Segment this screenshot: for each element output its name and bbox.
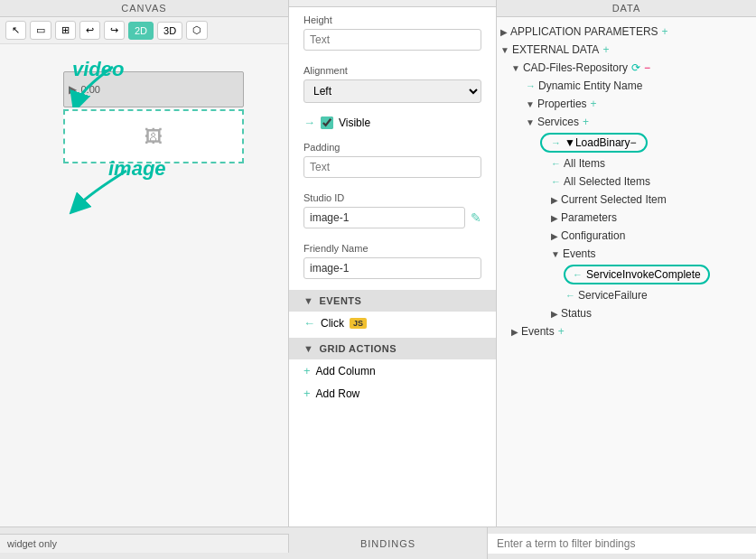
- external-data-label: EXTERNAL DATA: [512, 43, 599, 56]
- edit-icon[interactable]: ✎: [471, 210, 481, 225]
- click-event-row: ← Click JS: [289, 312, 496, 334]
- export-button[interactable]: ⬡: [186, 21, 208, 40]
- configuration-expand: ▶: [551, 231, 558, 241]
- load-binary-wrap: → ▼ LoadBinary −: [497, 131, 756, 154]
- events-sub-label: Events: [563, 247, 596, 260]
- load-binary-minus[interactable]: −: [630, 136, 637, 149]
- visible-label: Visible: [339, 116, 370, 129]
- cad-repo-minus[interactable]: −: [644, 61, 650, 74]
- services-label: Services: [537, 116, 579, 128]
- footer-note-text: widget only: [7, 538, 57, 549]
- status-item[interactable]: ▶ Status: [497, 304, 756, 322]
- parameters-item[interactable]: ▶ Parameters: [497, 209, 756, 227]
- add-column-icon: +: [303, 364, 311, 377]
- app-params-expand: ▶: [500, 27, 508, 37]
- visible-row: → Visible: [289, 110, 496, 135]
- cad-repo-expand: ▼: [511, 63, 520, 73]
- arrow-tool-button[interactable]: ↖: [5, 21, 26, 40]
- properties-expand: ▼: [526, 99, 535, 109]
- friendly-name-input[interactable]: [303, 257, 481, 279]
- configuration-item[interactable]: ▶ Configuration: [497, 227, 756, 245]
- alignment-field-group: Alignment Left Center Right: [289, 58, 496, 110]
- studio-id-label: Studio ID: [303, 192, 481, 203]
- canvas-toolbar: ↖ ▭ ⊞ ↩ ↪ 2D 3D ⬡: [0, 17, 288, 44]
- canvas-image[interactable]: 🖼: [63, 109, 244, 163]
- load-binary-label: LoadBinary: [575, 136, 630, 149]
- add-row-icon: +: [303, 387, 311, 400]
- all-items-arrow: ←: [551, 158, 561, 169]
- grid-actions-label: GRID ACTIONS: [319, 343, 397, 354]
- data-header: DATA: [497, 0, 756, 17]
- alignment-select[interactable]: Left Center Right: [303, 79, 481, 103]
- service-failure-item[interactable]: ← ServiceFailure: [497, 286, 756, 304]
- events-root-item[interactable]: ▶ Events +: [497, 322, 756, 340]
- all-items-label: All Items: [564, 157, 605, 170]
- add-row-label[interactable]: Add Row: [316, 387, 360, 400]
- rect-tool-button[interactable]: ▭: [30, 21, 51, 40]
- canvas-panel: CANVAS ↖ ▭ ⊞ ↩ ↪ 2D 3D ⬡ ▶ 0:00 🖼: [0, 0, 289, 526]
- binding-arrow-icon: →: [303, 116, 315, 129]
- app-params-label: APPLICATION PARAMETERS: [510, 25, 658, 38]
- current-selected-item[interactable]: ▶ Current Selected Item: [497, 191, 756, 209]
- current-selected-label: Current Selected Item: [561, 193, 667, 206]
- events-root-expand: ▶: [511, 327, 518, 337]
- service-failure-label: ServiceFailure: [578, 289, 648, 302]
- all-selected-item[interactable]: ← All Selected Items: [497, 172, 756, 191]
- 3d-button[interactable]: 3D: [157, 22, 182, 40]
- add-column-label[interactable]: Add Column: [316, 365, 376, 377]
- canvas-content: ▶ 0:00 🖼 video: [0, 44, 288, 526]
- external-data-item[interactable]: ▼ EXTERNAL DATA +: [497, 41, 756, 59]
- all-items-item[interactable]: ← All Items: [497, 154, 756, 172]
- dynamic-entity-item[interactable]: → Dynamic Entity Name: [497, 77, 756, 95]
- js-badge[interactable]: JS: [350, 318, 367, 329]
- status-expand: ▶: [551, 309, 558, 319]
- friendly-name-field-group: Friendly Name: [289, 236, 496, 286]
- all-selected-arrow: ←: [551, 176, 561, 187]
- canvas-video[interactable]: ▶ 0:00: [63, 71, 244, 107]
- cad-repo-item[interactable]: ▼ CAD-Files-Repository ⟳ −: [497, 59, 756, 77]
- add-column-row: + Add Column: [289, 359, 496, 382]
- service-failure-arrow: ←: [565, 290, 575, 301]
- play-icon: ▶: [69, 83, 77, 96]
- parameters-label: Parameters: [561, 211, 617, 224]
- height-input[interactable]: [303, 29, 481, 51]
- load-binary-expand: ▼: [565, 136, 575, 149]
- service-invoke-arrow: ←: [573, 269, 583, 280]
- load-binary-item[interactable]: → ▼ LoadBinary −: [540, 133, 648, 153]
- padding-input[interactable]: [303, 156, 481, 178]
- events-sub-expand: ▼: [551, 249, 560, 259]
- 2d-button[interactable]: 2D: [128, 22, 154, 40]
- events-sub-item[interactable]: ▼ Events: [497, 245, 756, 263]
- services-item[interactable]: ▼ Services +: [497, 113, 756, 131]
- events-section-header: ▼ EVENTS: [289, 290, 496, 312]
- group-tool-button[interactable]: ⊞: [55, 21, 76, 40]
- load-binary-arrow: →: [551, 137, 561, 148]
- studio-id-row: ✎: [303, 207, 481, 228]
- events-root-plus[interactable]: +: [558, 325, 565, 338]
- middle-panel: Height Alignment Left Center Right → Vis…: [289, 0, 497, 526]
- properties-label: Properties: [537, 98, 587, 110]
- properties-plus[interactable]: +: [591, 98, 597, 110]
- properties-item[interactable]: ▼ Properties +: [497, 95, 756, 113]
- padding-field-group: Padding: [289, 135, 496, 185]
- undo-button[interactable]: ↩: [79, 21, 100, 40]
- redo-button[interactable]: ↪: [104, 21, 125, 40]
- service-invoke-wrap: ← ServiceInvokeComplete: [497, 263, 756, 286]
- studio-id-input[interactable]: [303, 207, 465, 228]
- status-label: Status: [561, 307, 592, 320]
- image-icon: 🖼: [145, 126, 163, 147]
- app-params-item[interactable]: ▶ APPLICATION PARAMETERS +: [497, 23, 756, 41]
- service-invoke-item[interactable]: ← ServiceInvokeComplete: [564, 265, 710, 284]
- height-field-group: Height: [289, 7, 496, 58]
- data-panel: DATA ▶ APPLICATION PARAMETERS + ▼ EXTERN…: [497, 0, 756, 526]
- bindings-search-input[interactable]: [488, 534, 756, 554]
- external-data-plus[interactable]: +: [602, 43, 609, 56]
- dynamic-entity-arrow: →: [526, 80, 536, 91]
- events-root-label: Events: [521, 325, 555, 338]
- services-plus[interactable]: +: [583, 116, 589, 128]
- image-arrow: [54, 162, 145, 216]
- visible-checkbox[interactable]: [321, 116, 333, 129]
- configuration-label: Configuration: [561, 229, 625, 242]
- app-params-plus[interactable]: +: [662, 25, 668, 38]
- canvas-header: CANVAS: [0, 0, 288, 17]
